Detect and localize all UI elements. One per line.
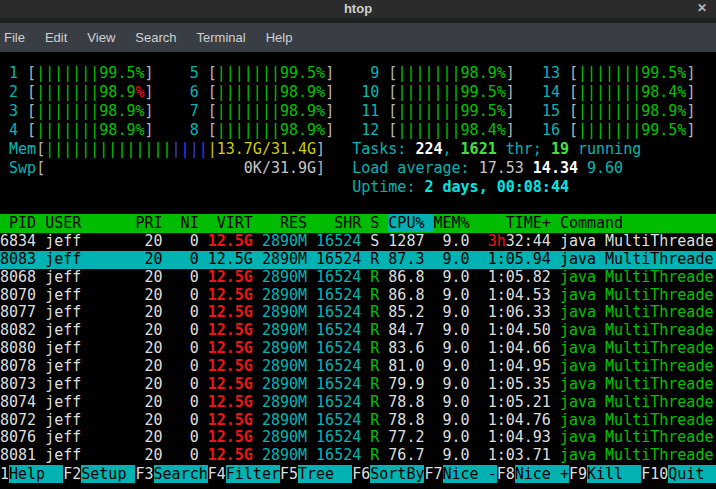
col-ni[interactable]: NI — [163, 214, 199, 232]
col-shr[interactable]: SHR — [316, 214, 361, 232]
cpu-bar: ||||||| — [397, 64, 460, 82]
cpu-percent: 98.9 — [99, 83, 135, 101]
cpu-id: 5 — [181, 64, 199, 82]
pri-cell: 20 — [135, 411, 162, 429]
fkey-label: Filter — [226, 465, 280, 483]
command-cell: java MultiThreade — [551, 321, 714, 339]
col-virt[interactable]: VIRT — [208, 214, 253, 232]
process-row[interactable]: 8070 jeff 20 0 12.5G 2890M 16524 R 86.8 … — [0, 287, 716, 305]
fkey-filter[interactable]: F4Filter — [208, 465, 280, 483]
col-pid[interactable]: PID — [0, 214, 36, 232]
process-row[interactable]: 8072 jeff 20 0 12.5G 2890M 16524 R 78.8 … — [0, 412, 716, 430]
col-res[interactable]: RES — [262, 214, 307, 232]
process-row[interactable]: 8080 jeff 20 0 12.5G 2890M 16524 R 83.6 … — [0, 340, 716, 358]
tasks-sep: , — [443, 140, 461, 158]
menu-bar: FileEditViewSearchTerminalHelp — [0, 18, 716, 52]
process-row[interactable]: 8073 jeff 20 0 12.5G 2890M 16524 R 79.9 … — [0, 376, 716, 394]
spacer — [154, 83, 181, 101]
col-mem[interactable]: MEM% — [434, 214, 470, 232]
cpu-meter-row: 3 [|||||||98.9%] 7 [|||||||98.9%] 11 [||… — [0, 102, 695, 121]
pid-cell: 8068 — [0, 268, 36, 286]
cpu-id: 15 — [542, 102, 560, 120]
process-row[interactable]: 8068 jeff 20 0 12.5G 2890M 16524 R 86.8 … — [0, 269, 716, 287]
tasks-label: Tasks: — [352, 140, 415, 158]
close-icon[interactable]: ✕ — [697, 1, 707, 15]
cpu-percent: 99.5 — [280, 64, 316, 82]
meter-bracket-open: [ — [36, 140, 45, 158]
menu-item-view[interactable]: View — [77, 30, 125, 45]
spacer — [379, 268, 388, 286]
spacer — [253, 232, 262, 250]
process-row[interactable]: 8082 jeff 20 0 12.5G 2890M 16524 R 84.7 … — [0, 322, 716, 340]
col-command[interactable]: Command — [551, 214, 623, 232]
fkey-nice-[interactable]: F7Nice - — [424, 465, 496, 483]
fkey-kill[interactable]: F9Kill — [569, 465, 641, 483]
process-row[interactable]: 8076 jeff 20 0 12.5G 2890M 16524 R 77.2 … — [0, 429, 716, 447]
virt-cell: 12.5G — [208, 232, 253, 250]
cpu-id: 4 — [0, 121, 18, 139]
spacer — [334, 83, 361, 101]
process-row[interactable]: 8078 jeff 20 0 12.5G 2890M 16524 R 81.0 … — [0, 358, 716, 376]
mem-cell: 9.0 — [424, 250, 469, 268]
cpu-cell: 81.0 — [388, 357, 424, 375]
cpu-id: 11 — [361, 102, 379, 120]
mem-cell: 9.0 — [424, 411, 469, 429]
menu-item-terminal[interactable]: Terminal — [187, 30, 256, 45]
meter-bracket-open: [ — [208, 121, 217, 139]
spacer — [36, 339, 45, 357]
process-row[interactable]: 8081 jeff 20 0 12.5G 2890M 16524 R 76.7 … — [0, 447, 716, 465]
process-row[interactable]: 8083 jeff 20 0 12.5G 2890M 16524 R 87.3 … — [0, 251, 716, 269]
spacer — [334, 121, 361, 139]
cpu-cell: 1287 — [388, 232, 424, 250]
res-cell: 2890M — [262, 303, 307, 321]
col-user[interactable]: USER — [45, 214, 135, 232]
mem-value: 13.7G/31.4G — [217, 140, 316, 158]
mem-cell: 9.0 — [424, 321, 469, 339]
fkey-search[interactable]: F3Search — [135, 465, 207, 483]
meter-bracket-close: ] — [316, 140, 325, 158]
spacer — [154, 121, 181, 139]
fkey-help[interactable]: 1Help — [0, 465, 63, 483]
menu-item-search[interactable]: Search — [125, 30, 186, 45]
process-table-header[interactable]: PID USER PRI NI VIRT RES SHR S CPU% MEM%… — [0, 214, 716, 233]
uptime-value: 2 days, 00:08:44 — [424, 178, 569, 196]
command-cell: java MultiThreade — [551, 286, 714, 304]
spacer — [379, 250, 388, 268]
shr-cell: 16524 — [316, 232, 361, 250]
process-row[interactable]: 8074 jeff 20 0 12.5G 2890M 16524 R 78.8 … — [0, 394, 716, 412]
cpu-percent: 98.4 — [461, 121, 497, 139]
fkey-number: F8 — [497, 465, 515, 483]
percent-sign: % — [135, 121, 144, 139]
spacer — [307, 286, 316, 304]
fkey-setup[interactable]: F2Setup — [63, 465, 135, 483]
fkey-quit[interactable]: F10Quit — [641, 465, 716, 483]
col-pri[interactable]: PRI — [135, 214, 162, 232]
user-cell: jeff — [45, 446, 135, 464]
fkey-number: F10 — [641, 465, 668, 483]
col-state[interactable]: S — [370, 214, 379, 232]
process-row[interactable]: 8077 jeff 20 0 12.5G 2890M 16524 R 85.2 … — [0, 304, 716, 322]
cpu-id: 7 — [181, 102, 199, 120]
spacer — [18, 102, 27, 120]
meter-bracket-close: ] — [686, 121, 695, 139]
menu-item-help[interactable]: Help — [256, 30, 303, 45]
spacer — [379, 214, 388, 232]
state-cell: R — [370, 446, 379, 464]
menu-item-file[interactable]: File — [0, 30, 35, 45]
function-key-bar: 1Help F2Setup F3SearchF4FilterF5Tree F6S… — [0, 465, 716, 484]
fkey-nice-[interactable]: F8Nice + — [497, 465, 569, 483]
spacer — [379, 286, 388, 304]
cpu-cell: 78.8 — [388, 411, 424, 429]
col-time[interactable]: TIME+ — [470, 214, 551, 232]
fkey-tree[interactable]: F5Tree — [280, 465, 352, 483]
spacer — [199, 250, 208, 268]
spacer — [325, 159, 352, 177]
col-cpu-sort-active[interactable]: CPU% — [388, 214, 433, 232]
cpu-id: 6 — [181, 83, 199, 101]
percent-sign: % — [497, 121, 506, 139]
menu-item-edit[interactable]: Edit — [35, 30, 77, 45]
process-row[interactable]: 6834 jeff 20 0 12.5G 2890M 16524 S 1287 … — [0, 233, 716, 251]
pri-cell: 20 — [135, 428, 162, 446]
fkey-sortby[interactable]: F6SortBy — [352, 465, 424, 483]
cpu-bar: ||||||| — [578, 121, 641, 139]
